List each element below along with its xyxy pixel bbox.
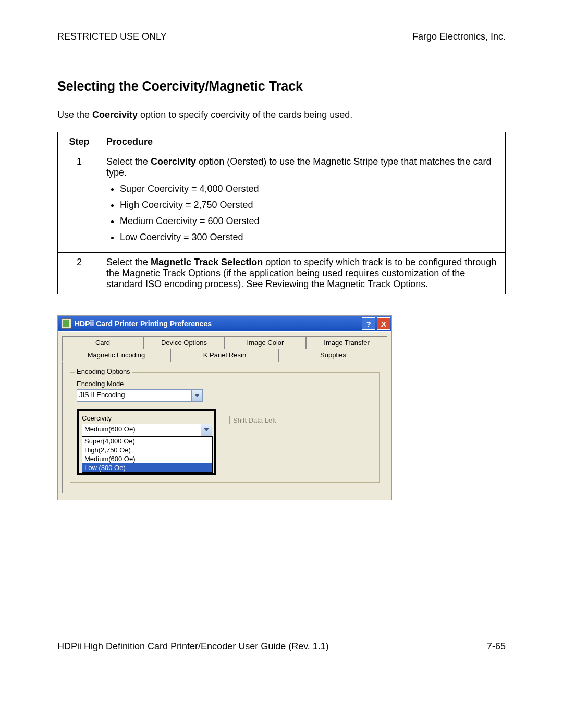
- table-row: 1 Select the Coercivity option (Oersted)…: [58, 152, 506, 253]
- list-item[interactable]: Low (300 Oe): [82, 463, 212, 472]
- list-item: Super Coercivity = 4,000 Oersted: [120, 183, 500, 194]
- checkbox-icon: [222, 416, 230, 424]
- procedure-table: Step Procedure 1 Select the Coercivity o…: [57, 132, 506, 294]
- group-encoding-options: Encoding Options Encoding Mode JIS II En…: [70, 372, 380, 483]
- footer-right: 7-65: [487, 641, 506, 652]
- encoding-mode-value: JIS II Encoding: [77, 390, 191, 401]
- coercivity-value: Medium(600 Oe): [82, 424, 201, 436]
- tab-image-color[interactable]: Image Color: [225, 336, 306, 349]
- tab-device-options[interactable]: Device Options: [143, 336, 225, 349]
- app-icon: [61, 318, 71, 329]
- step-number: 2: [58, 253, 101, 294]
- coercivity-highlight-box: Coercivity Medium(600 Oe) Super(4,000 Oe…: [77, 409, 216, 475]
- header-right: Fargo Electronics, Inc.: [412, 31, 506, 42]
- help-button[interactable]: ?: [362, 317, 375, 330]
- close-button[interactable]: X: [377, 317, 390, 330]
- section-title: Selecting the Coercivity/Magnetic Track: [57, 79, 506, 94]
- table-row: 2 Select the Magnetic Track Selection op…: [58, 253, 506, 294]
- list-item[interactable]: High(2,750 Oe): [82, 446, 212, 454]
- list-item: Medium Coercivity = 600 Oersted: [120, 216, 500, 227]
- tab-magnetic-encoding[interactable]: Magnetic Encoding: [62, 349, 170, 362]
- shift-data-left-checkbox: Shift Data Left: [222, 416, 276, 424]
- tab-card[interactable]: Card: [62, 336, 143, 349]
- shift-data-left-label: Shift Data Left: [233, 416, 276, 424]
- tab-panel: Encoding Options Encoding Mode JIS II En…: [62, 362, 387, 493]
- list-item: High Coercivity = 2,750 Oersted: [120, 200, 500, 211]
- step-content: Select the Magnetic Track Selection opti…: [101, 253, 506, 294]
- intro-text: Use the Coercivity option to specify coe…: [57, 109, 506, 120]
- chevron-down-icon[interactable]: [191, 390, 202, 401]
- col-procedure: Procedure: [101, 132, 506, 152]
- header-left: RESTRICTED USE ONLY: [57, 31, 167, 42]
- list-item[interactable]: Super(4,000 Oe): [82, 437, 212, 446]
- col-step: Step: [58, 132, 101, 152]
- tab-image-transfer[interactable]: Image Transfer: [306, 336, 387, 349]
- encoding-mode-combo[interactable]: JIS II Encoding: [77, 389, 203, 402]
- step-content: Select the Coercivity option (Oersted) t…: [101, 152, 506, 253]
- list-item[interactable]: Medium(600 Oe): [82, 454, 212, 463]
- chevron-down-icon[interactable]: [201, 424, 212, 436]
- list-item: Low Coercivity = 300 Oersted: [120, 232, 500, 243]
- group-legend: Encoding Options: [75, 367, 132, 375]
- title-bar: HDPii Card Printer Printing Preferences …: [58, 316, 391, 331]
- window-title: HDPii Card Printer Printing Preferences: [75, 319, 360, 328]
- link-reviewing-options[interactable]: Reviewing the Magnetic Track Options: [265, 279, 425, 289]
- footer-left: HDPii High Definition Card Printer/Encod…: [57, 641, 329, 652]
- tab-k-panel-resin[interactable]: K Panel Resin: [170, 349, 279, 362]
- coercivity-label: Coercivity: [82, 414, 211, 422]
- encoding-mode-label: Encoding Mode: [77, 380, 373, 388]
- tab-supplies[interactable]: Supplies: [279, 349, 387, 362]
- coercivity-dropdown-list[interactable]: Super(4,000 Oe) High(2,750 Oe) Medium(60…: [82, 436, 213, 473]
- coercivity-combo[interactable]: Medium(600 Oe): [82, 424, 212, 436]
- step-number: 1: [58, 152, 101, 253]
- dialog-window: HDPii Card Printer Printing Preferences …: [57, 315, 392, 500]
